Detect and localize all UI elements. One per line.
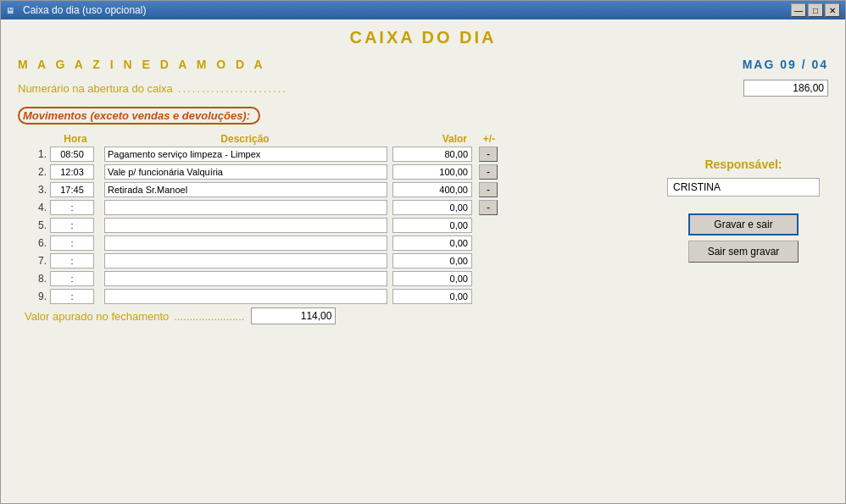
val-input[interactable] — [392, 147, 472, 162]
title-bar-controls: — □ ✕ — [791, 3, 840, 17]
row-number: 9. — [25, 291, 50, 302]
title-bar-left: 🖥 Caixa do dia (uso opcional) — [6, 4, 146, 16]
desc-input[interactable] — [104, 147, 387, 162]
desc-input[interactable] — [104, 235, 387, 251]
minimize-button[interactable]: — — [791, 3, 806, 17]
main-title: CAIXA DO DIA — [18, 28, 828, 47]
row-number: 6. — [25, 237, 50, 249]
desc-input[interactable] — [104, 218, 387, 233]
gravar-button[interactable]: Gravar e sair — [688, 213, 799, 235]
window-icon: 🖥 — [6, 6, 14, 15]
responsavel-label: Responsável: — [704, 158, 782, 171]
time-input[interactable] — [50, 200, 94, 215]
sair-button[interactable]: Sair sem gravar — [688, 241, 799, 263]
table-area: Movimentos (exceto vendas e devoluções):… — [18, 107, 828, 324]
desc-input[interactable] — [104, 164, 387, 180]
pm-empty — [479, 218, 498, 233]
numerario-row: Numerário na abertura do caixa .........… — [18, 80, 828, 97]
fechamento-row: Valor apurado no fechamento ............… — [18, 307, 642, 324]
val-input[interactable] — [392, 218, 472, 233]
table-row: 2. - — [18, 164, 642, 180]
desc-input[interactable] — [104, 182, 387, 197]
desc-input[interactable] — [104, 271, 387, 286]
desc-input[interactable] — [104, 200, 387, 215]
pm-button[interactable]: - — [479, 182, 498, 197]
numerario-label: Numerário na abertura do caixa .........… — [18, 82, 743, 95]
row-number: 5. — [25, 219, 50, 231]
row-number: 2. — [25, 166, 50, 178]
val-input[interactable] — [392, 200, 472, 215]
maximize-button[interactable]: □ — [808, 3, 823, 17]
pm-button[interactable]: - — [479, 200, 498, 215]
time-input[interactable] — [50, 218, 94, 233]
table-row: 6. — [18, 235, 642, 251]
fechamento-value[interactable] — [251, 307, 336, 324]
pm-empty — [479, 271, 498, 286]
desc-input[interactable] — [104, 253, 387, 269]
numerario-value[interactable] — [743, 80, 828, 97]
pm-button[interactable]: - — [479, 164, 498, 180]
top-row: M A G A Z I N E D A M O D A MAG 09 / 04 — [18, 58, 828, 71]
table-row: 1. - — [18, 147, 642, 162]
col-headers: Hora Descrição Valor +/- — [18, 133, 642, 145]
row-number: 1. — [25, 148, 50, 160]
val-input[interactable] — [392, 235, 472, 251]
table-row: 9. — [18, 289, 642, 304]
main-window: 🖥 Caixa do dia (uso opcional) — □ ✕ CAIX… — [0, 0, 846, 504]
pm-button[interactable]: - — [479, 147, 498, 162]
rows-container: 1. - 2. - 3. - 4. - 5. — [18, 147, 642, 304]
magazine-label: M A G A Z I N E D A M O D A — [18, 58, 266, 71]
desc-input[interactable] — [104, 289, 387, 304]
time-input[interactable] — [50, 271, 94, 286]
close-button[interactable]: ✕ — [825, 3, 840, 17]
val-input[interactable] — [392, 289, 472, 304]
pm-empty — [479, 235, 498, 251]
time-input[interactable] — [50, 164, 94, 180]
table-row: 5. — [18, 218, 642, 233]
numerario-dots: ....................... — [178, 82, 475, 95]
time-input[interactable] — [50, 253, 94, 269]
mag-date: MAG 09 / 04 — [743, 58, 828, 71]
time-input[interactable] — [50, 235, 94, 251]
table-row: 7. — [18, 253, 642, 269]
val-input[interactable] — [392, 271, 472, 286]
fechamento-label: Valor apurado no fechamento ............… — [25, 310, 244, 323]
col-pm-header: +/- — [474, 133, 504, 145]
pm-empty — [479, 253, 498, 269]
val-input[interactable] — [392, 164, 472, 180]
window-title: Caixa do dia (uso opcional) — [23, 4, 146, 16]
row-number: 4. — [25, 202, 50, 213]
val-input[interactable] — [392, 253, 472, 269]
col-valor-header: Valor — [389, 133, 474, 145]
time-input[interactable] — [50, 147, 94, 162]
responsavel-input[interactable] — [667, 178, 820, 197]
table-row: 4. - — [18, 200, 642, 215]
row-number: 3. — [25, 184, 50, 196]
col-desc-header: Descrição — [101, 133, 389, 145]
table-row: 8. — [18, 271, 642, 286]
table-row: 3. - — [18, 182, 642, 197]
val-input[interactable] — [392, 182, 472, 197]
right-panel: Responsável: Gravar e sair Sair sem grav… — [642, 107, 828, 324]
time-input[interactable] — [50, 289, 94, 304]
movimentos-label: Movimentos (exceto vendas e devoluções): — [18, 107, 260, 125]
col-hora-header: Hora — [50, 133, 101, 145]
time-input[interactable] — [50, 182, 94, 197]
row-number: 8. — [25, 273, 50, 285]
pm-empty — [479, 289, 498, 304]
fechamento-dots: ....................... — [174, 310, 244, 323]
content-area: CAIXA DO DIA M A G A Z I N E D A M O D A… — [1, 19, 845, 503]
row-number: 7. — [25, 255, 50, 267]
left-table: Movimentos (exceto vendas e devoluções):… — [18, 107, 642, 324]
title-bar: 🖥 Caixa do dia (uso opcional) — □ ✕ — [1, 1, 845, 19]
